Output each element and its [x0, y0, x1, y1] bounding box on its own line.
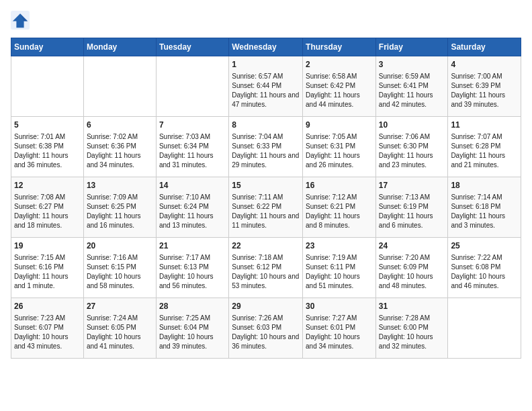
- calendar-cell: 15Sunrise: 7:11 AMSunset: 6:22 PMDayligh…: [229, 177, 303, 238]
- day-info: Sunrise: 7:09 AMSunset: 6:25 PMDaylight:…: [87, 193, 153, 230]
- calendar-cell: 9Sunrise: 7:05 AMSunset: 6:31 PMDaylight…: [303, 117, 376, 177]
- day-info: Sunrise: 6:57 AMSunset: 6:44 PMDaylight:…: [232, 72, 300, 109]
- calendar-cell: 28Sunrise: 7:25 AMSunset: 6:04 PMDayligh…: [156, 298, 228, 359]
- calendar-cell: 22Sunrise: 7:18 AMSunset: 6:12 PMDayligh…: [229, 238, 303, 298]
- calendar-cell: 16Sunrise: 7:12 AMSunset: 6:21 PMDayligh…: [303, 177, 376, 238]
- calendar-cell: 19Sunrise: 7:15 AMSunset: 6:16 PMDayligh…: [11, 238, 84, 298]
- calendar-cell: 13Sunrise: 7:09 AMSunset: 6:25 PMDayligh…: [83, 177, 156, 238]
- day-info: Sunrise: 7:06 AMSunset: 6:30 PMDaylight:…: [379, 132, 445, 170]
- day-number: 19: [14, 240, 81, 252]
- calendar-cell: 27Sunrise: 7:24 AMSunset: 6:05 PMDayligh…: [83, 298, 156, 359]
- calendar-cell: 4Sunrise: 7:00 AMSunset: 6:39 PMDaylight…: [448, 56, 521, 117]
- day-number: 2: [306, 59, 373, 71]
- day-info: Sunrise: 7:01 AMSunset: 6:38 PMDaylight:…: [14, 132, 81, 170]
- day-info: Sunrise: 7:22 AMSunset: 6:08 PMDaylight:…: [451, 253, 518, 291]
- day-info: Sunrise: 7:07 AMSunset: 6:28 PMDaylight:…: [451, 132, 518, 170]
- calendar-cell: 17Sunrise: 7:13 AMSunset: 6:19 PMDayligh…: [375, 177, 448, 238]
- day-number: 26: [14, 301, 81, 312]
- weekday-header: Saturday: [448, 38, 521, 56]
- day-info: Sunrise: 7:24 AMSunset: 6:05 PMDaylight:…: [87, 314, 153, 351]
- calendar-cell: 2Sunrise: 6:58 AMSunset: 6:42 PMDaylight…: [303, 56, 376, 117]
- weekday-header: Friday: [375, 38, 448, 56]
- calendar-cell: 24Sunrise: 7:20 AMSunset: 6:09 PMDayligh…: [375, 238, 448, 298]
- day-info: Sunrise: 7:16 AMSunset: 6:15 PMDaylight:…: [87, 253, 153, 291]
- calendar-cell: 11Sunrise: 7:07 AMSunset: 6:28 PMDayligh…: [448, 117, 521, 177]
- day-info: Sunrise: 7:17 AMSunset: 6:13 PMDaylight:…: [159, 253, 226, 291]
- weekday-header: Tuesday: [156, 38, 228, 56]
- day-info: Sunrise: 7:02 AMSunset: 6:36 PMDaylight:…: [87, 132, 153, 170]
- day-number: 18: [451, 180, 518, 191]
- calendar-cell: [448, 298, 521, 359]
- calendar-table: SundayMondayTuesdayWednesdayThursdayFrid…: [11, 38, 521, 359]
- day-info: Sunrise: 7:08 AMSunset: 6:27 PMDaylight:…: [14, 193, 81, 230]
- logo: [11, 11, 32, 30]
- day-number: 10: [379, 120, 445, 131]
- day-info: Sunrise: 7:14 AMSunset: 6:18 PMDaylight:…: [451, 193, 518, 230]
- weekday-header: Monday: [83, 38, 156, 56]
- day-number: 1: [232, 59, 300, 71]
- day-number: 31: [379, 301, 445, 312]
- day-number: 4: [451, 59, 518, 71]
- calendar-cell: 30Sunrise: 7:27 AMSunset: 6:01 PMDayligh…: [303, 298, 376, 359]
- day-info: Sunrise: 7:04 AMSunset: 6:33 PMDaylight:…: [232, 132, 300, 170]
- calendar-cell: 5Sunrise: 7:01 AMSunset: 6:38 PMDaylight…: [11, 117, 84, 177]
- day-number: 24: [379, 240, 445, 252]
- day-info: Sunrise: 7:23 AMSunset: 6:07 PMDaylight:…: [14, 314, 81, 351]
- calendar-cell: 29Sunrise: 7:26 AMSunset: 6:03 PMDayligh…: [229, 298, 303, 359]
- day-info: Sunrise: 7:27 AMSunset: 6:01 PMDaylight:…: [306, 314, 373, 351]
- day-info: Sunrise: 7:20 AMSunset: 6:09 PMDaylight:…: [379, 253, 445, 291]
- calendar-cell: 8Sunrise: 7:04 AMSunset: 6:33 PMDaylight…: [229, 117, 303, 177]
- calendar-cell: 12Sunrise: 7:08 AMSunset: 6:27 PMDayligh…: [11, 177, 84, 238]
- calendar-cell: 18Sunrise: 7:14 AMSunset: 6:18 PMDayligh…: [448, 177, 521, 238]
- day-info: Sunrise: 7:19 AMSunset: 6:11 PMDaylight:…: [306, 253, 373, 291]
- calendar-cell: 23Sunrise: 7:19 AMSunset: 6:11 PMDayligh…: [303, 238, 376, 298]
- day-info: Sunrise: 7:10 AMSunset: 6:24 PMDaylight:…: [159, 193, 226, 230]
- day-number: 22: [232, 240, 300, 252]
- calendar-cell: [11, 56, 84, 117]
- day-number: 27: [87, 301, 153, 312]
- day-info: Sunrise: 7:13 AMSunset: 6:19 PMDaylight:…: [379, 193, 445, 230]
- weekday-header: Wednesday: [229, 38, 303, 56]
- day-number: 30: [306, 301, 373, 312]
- day-number: 21: [159, 240, 226, 252]
- day-number: 5: [14, 120, 81, 131]
- calendar-cell: 14Sunrise: 7:10 AMSunset: 6:24 PMDayligh…: [156, 177, 228, 238]
- day-number: 8: [232, 120, 300, 131]
- day-number: 6: [87, 120, 153, 131]
- calendar-cell: 20Sunrise: 7:16 AMSunset: 6:15 PMDayligh…: [83, 238, 156, 298]
- day-info: Sunrise: 6:58 AMSunset: 6:42 PMDaylight:…: [306, 72, 373, 109]
- calendar-cell: 21Sunrise: 7:17 AMSunset: 6:13 PMDayligh…: [156, 238, 228, 298]
- day-number: 14: [159, 180, 226, 191]
- day-info: Sunrise: 7:15 AMSunset: 6:16 PMDaylight:…: [14, 253, 81, 291]
- day-info: Sunrise: 7:05 AMSunset: 6:31 PMDaylight:…: [306, 132, 373, 170]
- day-number: 15: [232, 180, 300, 191]
- calendar-cell: 10Sunrise: 7:06 AMSunset: 6:30 PMDayligh…: [375, 117, 448, 177]
- weekday-header: Thursday: [303, 38, 376, 56]
- calendar-cell: 6Sunrise: 7:02 AMSunset: 6:36 PMDaylight…: [83, 117, 156, 177]
- day-info: Sunrise: 7:12 AMSunset: 6:21 PMDaylight:…: [306, 193, 373, 230]
- day-info: Sunrise: 7:11 AMSunset: 6:22 PMDaylight:…: [232, 193, 300, 230]
- day-info: Sunrise: 7:03 AMSunset: 6:34 PMDaylight:…: [159, 132, 226, 170]
- day-number: 20: [87, 240, 153, 252]
- calendar-cell: 25Sunrise: 7:22 AMSunset: 6:08 PMDayligh…: [448, 238, 521, 298]
- day-number: 7: [159, 120, 226, 131]
- day-info: Sunrise: 7:00 AMSunset: 6:39 PMDaylight:…: [451, 72, 518, 109]
- calendar-cell: 26Sunrise: 7:23 AMSunset: 6:07 PMDayligh…: [11, 298, 84, 359]
- day-number: 29: [232, 301, 300, 312]
- calendar-cell: [83, 56, 156, 117]
- day-number: 16: [306, 180, 373, 191]
- day-number: 23: [306, 240, 373, 252]
- day-number: 12: [14, 180, 81, 191]
- day-number: 13: [87, 180, 153, 191]
- calendar-cell: 7Sunrise: 7:03 AMSunset: 6:34 PMDaylight…: [156, 117, 228, 177]
- calendar-cell: [156, 56, 228, 117]
- calendar-cell: 3Sunrise: 6:59 AMSunset: 6:41 PMDaylight…: [375, 56, 448, 117]
- weekday-header: Sunday: [11, 38, 84, 56]
- day-info: Sunrise: 7:28 AMSunset: 6:00 PMDaylight:…: [379, 314, 445, 351]
- day-info: Sunrise: 6:59 AMSunset: 6:41 PMDaylight:…: [379, 72, 445, 109]
- day-number: 28: [159, 301, 226, 312]
- logo-icon: [11, 11, 30, 30]
- day-info: Sunrise: 7:25 AMSunset: 6:04 PMDaylight:…: [159, 314, 226, 351]
- day-number: 9: [306, 120, 373, 131]
- day-info: Sunrise: 7:26 AMSunset: 6:03 PMDaylight:…: [232, 314, 300, 351]
